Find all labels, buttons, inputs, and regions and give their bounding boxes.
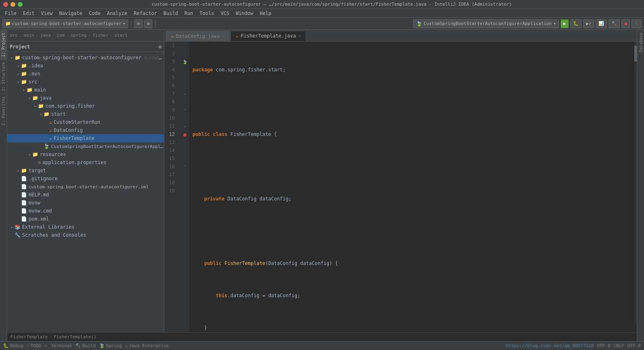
menu-tools[interactable]: Tools <box>197 9 217 17</box>
gutter-12-breakpoint[interactable]: ● <box>180 130 189 138</box>
tree-mvnw[interactable]: 📄 mvnw <box>7 199 164 207</box>
tree-mvnwcmd[interactable]: 📄 mvnw.cmd <box>7 207 164 215</box>
menu-run[interactable]: Run <box>181 9 197 17</box>
project-selector[interactable]: 📁 custom-spring-boot-starter-autoconfigu… <box>2 19 128 28</box>
project-strip-tab[interactable]: 1: Project <box>0 30 6 59</box>
editor-vscrollbar-thumb[interactable] <box>634 46 637 62</box>
window-title: custom-spring-boot-starter-autoconfigure… <box>23 2 641 7</box>
tree-resources[interactable]: ▾ 📁 resources <box>7 150 164 158</box>
debug-bottom-btn[interactable]: 🐛 Debug <box>3 343 23 348</box>
gutter-7-fold[interactable]: ▾ <box>180 90 189 98</box>
structure-strip-tab[interactable]: 2: Structure <box>0 59 6 94</box>
breadcrumb-sep3: › <box>52 33 55 38</box>
breadcrumb-src[interactable]: src <box>10 33 18 38</box>
run-config-selector[interactable]: 🍃 CustomSpringBootStarterAutoconfigurerA… <box>413 19 559 28</box>
tree-dataconfig[interactable]: ☕ DataConfig <box>7 126 164 134</box>
file-tab-fishertemplate[interactable]: ☕ FisherTemplate.java × <box>230 31 306 41</box>
tree-start[interactable]: ▾ 📁 start <box>7 110 164 118</box>
java-enterprise-bottom-btn[interactable]: ☕ Java Enterprise <box>125 343 169 348</box>
breadcrumb-fishertemplate[interactable]: FisherTemplate <box>10 334 48 340</box>
gutter-11-fold[interactable]: ▾ <box>180 122 189 130</box>
profile-button[interactable]: 📊 <box>596 19 607 28</box>
tree-idea-label: .idea <box>29 63 164 69</box>
close-tab-active-icon[interactable]: × <box>298 34 301 38</box>
stop-button[interactable]: ■ <box>621 19 630 28</box>
tree-idea[interactable]: ▾ 📁 .idea <box>7 62 164 70</box>
minimize-button[interactable] <box>10 2 15 7</box>
tree-java[interactable]: ▾ 📁 java <box>7 94 164 102</box>
tree-scratches[interactable]: 🔧 Scratches and Consoles <box>7 231 164 239</box>
tree-com-spring-fisher[interactable]: ▾ 📁 com.spring.fisher <box>7 102 164 110</box>
menu-navigate[interactable]: Navigate <box>56 9 86 17</box>
close-tab-icon[interactable]: × <box>222 34 224 38</box>
folder-icon: 📁 <box>38 103 44 109</box>
tree-main-app[interactable]: 🍃 CustomSpringBootStarterAutoconfigurerA… <box>7 142 164 150</box>
breadcrumb-com[interactable]: com <box>57 33 65 38</box>
tree-mvn[interactable]: ▾ 📁 .mvn <box>7 70 164 78</box>
tree-main[interactable]: ▾ 📁 main <box>7 86 164 94</box>
menu-vcs[interactable]: VCS <box>217 9 233 17</box>
gear-icon[interactable]: ⚙ <box>159 44 162 50</box>
tree-gitignore[interactable]: 📄 .gitignore <box>7 175 164 183</box>
gutter-16-fold[interactable]: ⌃ <box>180 162 189 171</box>
menu-build[interactable]: Build <box>160 9 181 17</box>
breadcrumb-start[interactable]: start <box>114 33 128 38</box>
tree-root[interactable]: ▾ 📁 custom-spring-boot-starter-autoconfi… <box>7 54 164 62</box>
gutter-18 <box>180 179 189 187</box>
gutter-3-spring[interactable]: 🍃 <box>180 58 189 66</box>
run-button[interactable]: ▶ <box>561 19 569 28</box>
tree-help[interactable]: 📄 HELP.md <box>7 191 164 199</box>
status-linesep[interactable]: CRLF <box>613 343 624 348</box>
editor-area[interactable]: 1 2 3 4 5 6 7 8 9 10 11 12 13 <box>164 42 637 332</box>
file-tab-dataconfig[interactable]: ☕ DataConfig.java × <box>166 31 230 41</box>
menu-code[interactable]: Code <box>86 9 104 17</box>
folder-icon: 📁 <box>27 87 33 93</box>
breadcrumb-java[interactable]: java <box>40 33 51 38</box>
tree-iml[interactable]: 📄 custom-spring-boot-starter-autoconfigu… <box>7 183 164 191</box>
status-encoding[interactable]: UTF-8 <box>597 343 610 348</box>
breadcrumb-fisher[interactable]: fisher <box>93 33 109 38</box>
tree-app-properties[interactable]: ⚙ application.properties <box>7 158 164 167</box>
menu-refactor[interactable]: Refactor <box>130 9 160 17</box>
menu-window[interactable]: Window <box>232 9 256 17</box>
tree-pomxml[interactable]: 📄 pom.xml <box>7 215 164 223</box>
menu-file[interactable]: File <box>2 9 20 17</box>
favorites-strip-tab[interactable]: 2: Favorites <box>0 94 6 128</box>
settings-btn[interactable]: ⚙ <box>144 19 153 28</box>
breadcrumb-main[interactable]: main <box>24 33 35 38</box>
breadcrumb-spring[interactable]: spring <box>70 33 87 38</box>
tree-target[interactable]: ▾ 📁 target <box>7 167 164 175</box>
database-strip-tab[interactable]: Database <box>637 30 644 54</box>
breadcrumb-fisher-method[interactable]: FisherTemplate() <box>54 334 96 340</box>
menu-analyze[interactable]: Analyze <box>104 9 130 17</box>
tree-scratches-label: Scratches and Consoles <box>22 232 164 238</box>
build-bottom-btn[interactable]: 🔨 Build <box>75 343 95 348</box>
menu-edit[interactable]: Edit <box>20 9 38 17</box>
editor-vscrollbar[interactable] <box>634 42 637 323</box>
menu-view[interactable]: View <box>38 9 56 17</box>
file-icon: 📄 <box>21 176 27 181</box>
spring-label: Spring <box>106 343 122 348</box>
todo-bottom-btn[interactable]: ✓ TODO <box>27 343 41 348</box>
spacer <box>15 209 21 213</box>
terminal-bottom-btn[interactable]: >_ Terminal <box>44 343 72 348</box>
build-button[interactable]: 🔨 <box>609 19 620 28</box>
gutter-9-fold[interactable]: ⌃ <box>180 106 189 114</box>
coverage-button[interactable]: ▶✓ <box>583 19 594 28</box>
status-url[interactable]: https://blog.csdn.net/qq_40977118 <box>506 343 594 348</box>
folder-icon: 📁 <box>14 55 21 60</box>
more-btn[interactable]: ⋮ <box>632 19 642 28</box>
line-num-8: 8 <box>164 98 177 106</box>
maximize-button[interactable] <box>18 2 23 7</box>
tree-ext-libs[interactable]: ▾ 📚 External Libraries <box>7 223 164 231</box>
tree-src[interactable]: ▾ 📁 src <box>7 78 164 86</box>
spring-bottom-btn[interactable]: 🍃 Spring <box>99 343 122 348</box>
close-button[interactable] <box>3 2 8 7</box>
debug-button[interactable]: 🐛 <box>570 19 582 28</box>
expand-btn[interactable]: ≡ <box>134 19 143 28</box>
line-num-17: 17 <box>164 171 177 179</box>
menu-help[interactable]: Help <box>257 9 275 17</box>
tree-custom-starter-run[interactable]: ☕ CustomStarterRun <box>7 118 164 126</box>
tree-fishertemplate[interactable]: ☕ FisherTemplate <box>7 134 164 142</box>
bottom-left: 🐛 Debug ✓ TODO >_ Terminal 🔨 Build 🍃 Spr… <box>3 343 169 348</box>
